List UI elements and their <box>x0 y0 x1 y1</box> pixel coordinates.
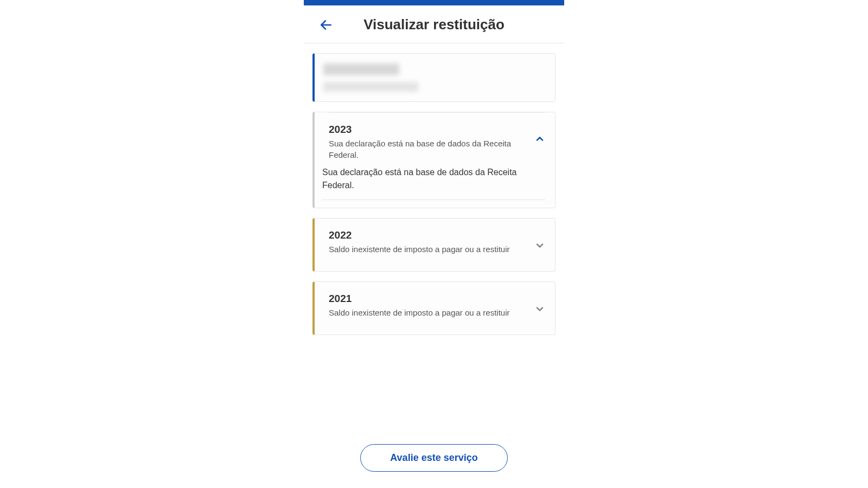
year-card-2021: 2021 Saldo inexistente de imposto a paga… <box>312 281 556 335</box>
year-title: 2021 <box>329 293 534 305</box>
year-header-2023[interactable]: 2023 Sua declaração está na base de dado… <box>315 113 555 166</box>
app-container: Visualizar restituição 2023 Sua declaraç… <box>304 0 564 488</box>
year-header-2022[interactable]: 2022 Saldo inexistente de imposto a paga… <box>315 219 555 271</box>
chevron-up-icon <box>534 133 545 144</box>
user-name-redacted <box>323 82 418 92</box>
rate-service-button[interactable]: Avalie este serviço <box>360 444 507 472</box>
user-info-card <box>312 53 556 102</box>
year-summary: Saldo inexistente de imposto a pagar ou … <box>329 243 534 255</box>
year-summary: Sua declaração está na base de dados da … <box>329 138 534 160</box>
footer: Avalie este serviço <box>304 428 564 488</box>
chevron-down-icon <box>534 240 545 251</box>
user-cpf-redacted <box>323 63 399 75</box>
year-title: 2022 <box>329 229 534 241</box>
year-card-2022: 2022 Saldo inexistente de imposto a paga… <box>312 218 556 272</box>
year-detail-text: Sua declaração está na base de dados da … <box>315 166 555 200</box>
page-title: Visualizar restituição <box>333 16 535 33</box>
status-bar <box>304 0 564 5</box>
chevron-down-icon <box>534 304 545 314</box>
content-area: 2023 Sua declaração está na base de dado… <box>304 43 564 428</box>
year-summary: Saldo inexistente de imposto a pagar ou … <box>329 307 534 318</box>
year-title: 2023 <box>329 124 534 136</box>
header: Visualizar restituição <box>304 5 564 43</box>
year-header-2021[interactable]: 2021 Saldo inexistente de imposto a paga… <box>315 282 555 335</box>
year-card-2023: 2023 Sua declaração está na base de dado… <box>312 112 556 208</box>
back-arrow-icon[interactable] <box>319 18 333 32</box>
